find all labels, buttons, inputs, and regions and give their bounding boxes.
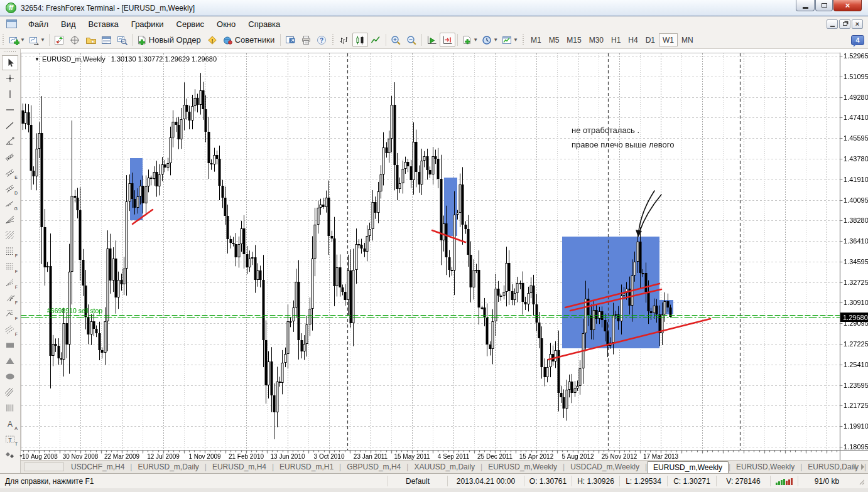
toolbar: ▼▼Новый Ордер!Советники?▼▼▼M1M5M15M30H1H…	[0, 31, 868, 49]
menu-Вид[interactable]: Вид	[55, 18, 82, 31]
timeframe-M1[interactable]: M1	[527, 33, 545, 46]
cycle-lines-tool[interactable]	[2, 400, 18, 415]
maximize-button[interactable]	[815, 0, 833, 11]
timeframe-M30[interactable]: M30	[585, 33, 607, 46]
zoom-out-button[interactable]	[404, 33, 420, 47]
menu-Файл[interactable]: Файл	[22, 18, 55, 31]
fibo-channel-tool[interactable]: F	[2, 322, 18, 337]
fibo-retracement-tool[interactable]: F	[2, 243, 18, 259]
community-notification-icon[interactable]: 4	[851, 35, 864, 45]
menu-Справка[interactable]: Справка	[242, 18, 286, 31]
periods-button[interactable]: ▼	[480, 33, 500, 47]
status-hint: Для справки, нажмите F1	[0, 477, 388, 486]
timeframe-MN[interactable]: MN	[678, 33, 697, 46]
mdi-close-button[interactable]: ×	[852, 19, 863, 29]
timeframe-W1[interactable]: W1	[659, 33, 678, 46]
menu-Графики[interactable]: Графики	[125, 18, 170, 31]
mdi-restore-button[interactable]	[839, 19, 850, 29]
rectangle-tool[interactable]	[2, 338, 18, 353]
templates-button[interactable]: ▼	[500, 33, 520, 47]
chart-tab-2[interactable]: EURUSD_m,H4	[207, 461, 272, 473]
chart-tab-4[interactable]: GBPUSD_m,H4	[341, 461, 406, 473]
minimize-button[interactable]	[796, 0, 815, 11]
horizontal-line-tool[interactable]	[2, 102, 18, 117]
expert-advisors-button[interactable]: Советники	[220, 33, 279, 47]
auto-scroll-button[interactable]	[424, 33, 440, 47]
chart-tab-9[interactable]: EURUSD,Weekly	[730, 461, 800, 473]
market-watch-button[interactable]	[52, 33, 67, 47]
text-label-tool[interactable]: TT	[2, 432, 18, 447]
fullscreen-button[interactable]	[283, 33, 298, 47]
zoom-in-button[interactable]	[388, 33, 404, 47]
chart-canvas[interactable]	[21, 49, 868, 460]
candlestick-button[interactable]	[352, 33, 368, 47]
gann-line-tool[interactable]: G	[2, 196, 18, 211]
chart-tab-bar: USDCHF_m,H4|EURUSD_m,Daily|EURUSD_m,H4|E…	[0, 460, 868, 473]
equidistant-channel-tool[interactable]: E	[2, 165, 18, 180]
chart-window-icon[interactable]	[6, 19, 17, 28]
timeframe-H1[interactable]: H1	[607, 33, 624, 46]
navigator-button[interactable]	[83, 33, 99, 47]
svg-text:T: T	[8, 437, 12, 443]
profiles-button[interactable]: ▼	[27, 33, 47, 47]
strategy-tester-button[interactable]	[114, 33, 130, 47]
terminal-button[interactable]	[99, 33, 114, 47]
stddev-channel-tool[interactable]: D	[2, 181, 18, 196]
fibo-fan-tool[interactable]: F	[2, 275, 18, 290]
tab-spacer	[24, 463, 64, 471]
trendline-tool[interactable]	[2, 118, 18, 133]
title-bar: ff 32654: FreshForex Terminal - [EURUSD_…	[0, 0, 868, 16]
line-chart-button[interactable]	[368, 33, 384, 47]
svg-text:?: ?	[320, 37, 323, 44]
menu-Вставка[interactable]: Вставка	[82, 18, 125, 31]
data-window-button[interactable]	[67, 33, 83, 47]
trend-by-angle-tool[interactable]	[2, 134, 18, 149]
chart-tab-5[interactable]: XAUUSD_m,Daily	[408, 461, 480, 473]
tabs-scroll-left-icon[interactable]	[853, 464, 856, 470]
fibo-arcs-tool[interactable]: F	[2, 291, 18, 306]
chart-tab-8[interactable]: EURUSD_m,Weekly	[647, 461, 729, 473]
chart-tab-0[interactable]: USDCHF_m,H4	[65, 461, 130, 473]
crosshair-tool[interactable]	[2, 71, 18, 86]
print-button[interactable]	[298, 33, 314, 47]
timeframe-H4[interactable]: H4	[624, 33, 641, 46]
status-profile: Default	[388, 476, 447, 486]
vertical-line-tool[interactable]	[2, 87, 18, 102]
fibo-timezones-tool[interactable]: F	[2, 259, 18, 274]
resize-grip[interactable]	[855, 476, 868, 486]
chart-tab-1[interactable]: EURUSD_m,Daily	[132, 461, 204, 473]
new-chart-button[interactable]: ▼	[7, 33, 27, 47]
menu-bar: ФайлВидВставкаГрафикиСервисОкноСправка ×	[0, 16, 868, 31]
status-high: H: 1.30926	[572, 476, 619, 486]
mdi-minimize-button[interactable]	[827, 19, 838, 29]
triangle-tool[interactable]	[2, 353, 18, 368]
svg-text:A: A	[8, 420, 13, 429]
fibo-expansion-tool[interactable]: F	[2, 306, 18, 321]
text-tool[interactable]: AA	[2, 416, 18, 431]
status-time: 2013.04.21 00:00	[447, 476, 524, 486]
bar-chart-button[interactable]	[337, 33, 352, 47]
ellipse-tool[interactable]	[2, 369, 18, 384]
gann-grid-tool[interactable]	[2, 228, 18, 243]
timeframe-M5[interactable]: M5	[545, 33, 563, 46]
help-button[interactable]: ?	[314, 33, 330, 47]
chart-tab-6[interactable]: EURUSD_m,Weekly	[482, 461, 563, 473]
timeframe-M15[interactable]: M15	[563, 33, 585, 46]
regression-channel-tool[interactable]	[2, 149, 18, 164]
app-icon: ff	[6, 3, 16, 13]
tabs-scroll-right-icon[interactable]	[861, 464, 864, 470]
pitchfork-tool[interactable]	[2, 385, 18, 400]
new-order-button[interactable]: Новый Ордер	[134, 33, 205, 47]
chart-shift-button[interactable]	[440, 33, 455, 47]
metaeditor-button[interactable]: !	[205, 33, 220, 47]
chart-tab-7[interactable]: USDCAD_m,Weekly	[565, 461, 645, 473]
timeframe-D1[interactable]: D1	[642, 33, 659, 46]
cursor-tool[interactable]	[2, 55, 18, 70]
arrows-tool[interactable]: ▼	[2, 447, 18, 463]
chart-tab-3[interactable]: EURUSD_m,H1	[274, 461, 339, 473]
menu-Сервис[interactable]: Сервис	[170, 18, 211, 31]
close-button[interactable]: ×	[833, 0, 862, 11]
gann-fan-tool[interactable]	[2, 212, 18, 227]
indicators-button[interactable]: ▼	[460, 33, 480, 47]
menu-Окно[interactable]: Окно	[210, 18, 242, 31]
